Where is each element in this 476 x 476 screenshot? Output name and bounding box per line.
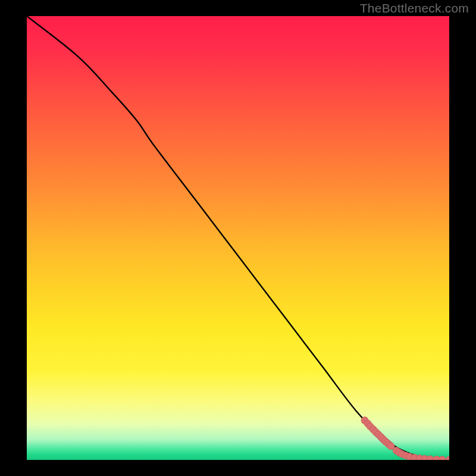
plot-area xyxy=(27,16,449,460)
chart-point xyxy=(427,456,434,460)
chart-point xyxy=(446,456,449,460)
chart-point xyxy=(439,456,446,460)
chart-line xyxy=(27,16,449,460)
chart-frame: TheBottleneck.com xyxy=(0,0,476,476)
chart-overlay xyxy=(27,16,449,460)
watermark-label: TheBottleneck.com xyxy=(360,1,469,15)
chart-points xyxy=(361,417,449,460)
